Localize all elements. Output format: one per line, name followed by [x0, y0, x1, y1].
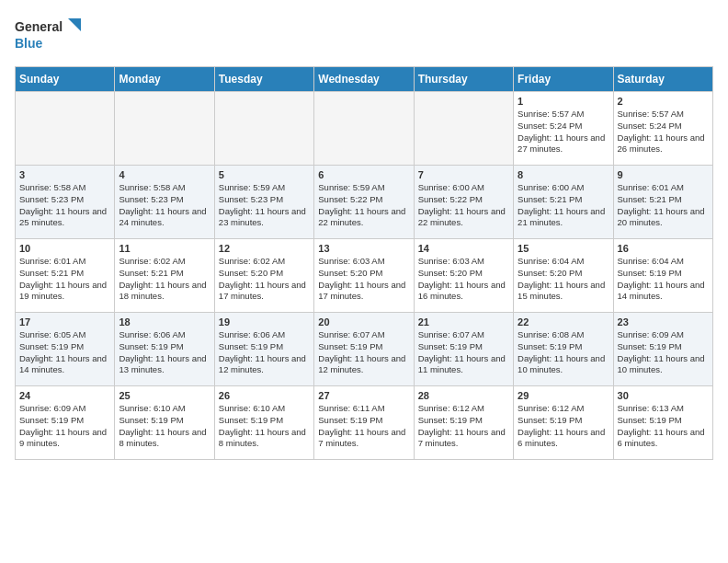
calendar-cell: 26Sunrise: 6:10 AM Sunset: 5:19 PM Dayli…	[214, 386, 313, 460]
calendar-cell: 4Sunrise: 5:58 AM Sunset: 5:23 PM Daylig…	[115, 166, 214, 239]
day-number: 4	[119, 169, 210, 180]
calendar-cell: 7Sunrise: 6:00 AM Sunset: 5:22 PM Daylig…	[414, 166, 513, 239]
day-info: Sunrise: 6:06 AM Sunset: 5:19 PM Dayligh…	[219, 329, 310, 376]
day-number: 11	[119, 243, 210, 254]
calendar-cell: 27Sunrise: 6:11 AM Sunset: 5:19 PM Dayli…	[314, 386, 414, 460]
calendar-cell: 15Sunrise: 6:04 AM Sunset: 5:20 PM Dayli…	[514, 239, 613, 313]
day-number: 3	[19, 169, 110, 180]
day-number: 22	[518, 316, 609, 327]
calendar-cell: 20Sunrise: 6:07 AM Sunset: 5:19 PM Dayli…	[314, 313, 414, 386]
calendar-cell: 23Sunrise: 6:09 AM Sunset: 5:19 PM Dayli…	[613, 313, 712, 386]
day-info: Sunrise: 6:07 AM Sunset: 5:19 PM Dayligh…	[318, 329, 409, 376]
calendar-cell: 1Sunrise: 5:57 AM Sunset: 5:24 PM Daylig…	[514, 92, 613, 166]
day-number: 19	[219, 316, 310, 327]
logo: GeneralBlue	[15, 15, 88, 55]
day-info: Sunrise: 6:02 AM Sunset: 5:20 PM Dayligh…	[219, 256, 310, 303]
calendar-cell: 21Sunrise: 6:07 AM Sunset: 5:19 PM Dayli…	[414, 313, 513, 386]
day-number: 20	[318, 316, 409, 327]
calendar-cell: 10Sunrise: 6:01 AM Sunset: 5:21 PM Dayli…	[16, 239, 115, 313]
day-info: Sunrise: 6:00 AM Sunset: 5:21 PM Dayligh…	[518, 182, 609, 229]
day-info: Sunrise: 5:57 AM Sunset: 5:24 PM Dayligh…	[518, 109, 609, 155]
day-number: 2	[618, 96, 709, 107]
day-number: 1	[518, 96, 609, 107]
calendar-cell: 30Sunrise: 6:13 AM Sunset: 5:19 PM Dayli…	[613, 386, 712, 460]
day-info: Sunrise: 6:10 AM Sunset: 5:19 PM Dayligh…	[119, 403, 210, 450]
day-number: 24	[19, 390, 110, 401]
day-info: Sunrise: 6:00 AM Sunset: 5:22 PM Dayligh…	[418, 182, 509, 229]
day-number: 21	[418, 316, 509, 327]
day-number: 28	[418, 390, 509, 401]
svg-text:Blue: Blue	[15, 36, 43, 51]
day-info: Sunrise: 6:04 AM Sunset: 5:20 PM Dayligh…	[518, 256, 609, 303]
day-info: Sunrise: 6:03 AM Sunset: 5:20 PM Dayligh…	[418, 256, 509, 303]
day-number: 10	[19, 243, 110, 254]
calendar-table: SundayMondayTuesdayWednesdayThursdayFrid…	[15, 66, 713, 460]
day-info: Sunrise: 5:58 AM Sunset: 5:23 PM Dayligh…	[19, 182, 110, 229]
calendar-cell	[115, 92, 214, 166]
day-number: 8	[518, 169, 609, 180]
day-number: 13	[318, 243, 409, 254]
calendar-cell	[314, 92, 414, 166]
day-number: 9	[618, 169, 709, 180]
day-info: Sunrise: 5:58 AM Sunset: 5:23 PM Dayligh…	[119, 182, 210, 229]
weekday-header-friday: Friday	[514, 67, 613, 92]
svg-text:General: General	[15, 19, 63, 34]
day-info: Sunrise: 5:59 AM Sunset: 5:22 PM Dayligh…	[318, 182, 409, 229]
calendar-cell: 18Sunrise: 6:06 AM Sunset: 5:19 PM Dayli…	[115, 313, 214, 386]
day-number: 23	[618, 316, 709, 327]
day-info: Sunrise: 6:08 AM Sunset: 5:19 PM Dayligh…	[518, 329, 609, 376]
calendar-row-1: 3Sunrise: 5:58 AM Sunset: 5:23 PM Daylig…	[16, 166, 713, 239]
day-info: Sunrise: 6:11 AM Sunset: 5:19 PM Dayligh…	[318, 403, 409, 450]
day-info: Sunrise: 6:09 AM Sunset: 5:19 PM Dayligh…	[618, 329, 709, 376]
calendar-row-3: 17Sunrise: 6:05 AM Sunset: 5:19 PM Dayli…	[16, 313, 713, 386]
calendar-row-2: 10Sunrise: 6:01 AM Sunset: 5:21 PM Dayli…	[16, 239, 713, 313]
logo-icon: GeneralBlue	[15, 15, 88, 55]
day-number: 17	[19, 316, 110, 327]
calendar-cell: 22Sunrise: 6:08 AM Sunset: 5:19 PM Dayli…	[514, 313, 613, 386]
day-number: 5	[219, 169, 310, 180]
calendar-cell: 17Sunrise: 6:05 AM Sunset: 5:19 PM Dayli…	[16, 313, 115, 386]
calendar-cell: 13Sunrise: 6:03 AM Sunset: 5:20 PM Dayli…	[314, 239, 414, 313]
day-info: Sunrise: 6:02 AM Sunset: 5:21 PM Dayligh…	[119, 256, 210, 303]
day-info: Sunrise: 6:10 AM Sunset: 5:19 PM Dayligh…	[219, 403, 310, 450]
day-info: Sunrise: 6:12 AM Sunset: 5:19 PM Dayligh…	[418, 403, 509, 450]
page-header: GeneralBlue	[15, 15, 713, 55]
weekday-header-row: SundayMondayTuesdayWednesdayThursdayFrid…	[16, 67, 713, 92]
day-number: 14	[418, 243, 509, 254]
day-number: 26	[219, 390, 310, 401]
calendar-cell: 14Sunrise: 6:03 AM Sunset: 5:20 PM Dayli…	[414, 239, 513, 313]
day-info: Sunrise: 6:05 AM Sunset: 5:19 PM Dayligh…	[19, 329, 110, 376]
day-info: Sunrise: 6:03 AM Sunset: 5:20 PM Dayligh…	[318, 256, 409, 303]
calendar-cell	[16, 92, 115, 166]
weekday-header-wednesday: Wednesday	[314, 67, 414, 92]
weekday-header-tuesday: Tuesday	[214, 67, 313, 92]
calendar-cell: 19Sunrise: 6:06 AM Sunset: 5:19 PM Dayli…	[214, 313, 313, 386]
day-number: 30	[618, 390, 709, 401]
calendar-cell: 24Sunrise: 6:09 AM Sunset: 5:19 PM Dayli…	[16, 386, 115, 460]
day-number: 18	[119, 316, 210, 327]
calendar-cell: 25Sunrise: 6:10 AM Sunset: 5:19 PM Dayli…	[115, 386, 214, 460]
calendar-cell: 9Sunrise: 6:01 AM Sunset: 5:21 PM Daylig…	[613, 166, 712, 239]
calendar-cell: 3Sunrise: 5:58 AM Sunset: 5:23 PM Daylig…	[16, 166, 115, 239]
calendar-row-0: 1Sunrise: 5:57 AM Sunset: 5:24 PM Daylig…	[16, 92, 713, 166]
calendar-cell: 28Sunrise: 6:12 AM Sunset: 5:19 PM Dayli…	[414, 386, 513, 460]
day-info: Sunrise: 5:59 AM Sunset: 5:23 PM Dayligh…	[219, 182, 310, 229]
calendar-cell: 11Sunrise: 6:02 AM Sunset: 5:21 PM Dayli…	[115, 239, 214, 313]
day-number: 6	[318, 169, 409, 180]
calendar-row-4: 24Sunrise: 6:09 AM Sunset: 5:19 PM Dayli…	[16, 386, 713, 460]
day-number: 27	[318, 390, 409, 401]
day-info: Sunrise: 6:13 AM Sunset: 5:19 PM Dayligh…	[618, 403, 709, 450]
calendar-cell	[214, 92, 313, 166]
calendar-cell: 6Sunrise: 5:59 AM Sunset: 5:22 PM Daylig…	[314, 166, 414, 239]
day-info: Sunrise: 6:01 AM Sunset: 5:21 PM Dayligh…	[19, 256, 110, 303]
weekday-header-saturday: Saturday	[613, 67, 712, 92]
day-info: Sunrise: 6:09 AM Sunset: 5:19 PM Dayligh…	[19, 403, 110, 450]
weekday-header-sunday: Sunday	[16, 67, 115, 92]
calendar-cell	[414, 92, 513, 166]
calendar-cell: 2Sunrise: 5:57 AM Sunset: 5:24 PM Daylig…	[613, 92, 712, 166]
day-info: Sunrise: 6:01 AM Sunset: 5:21 PM Dayligh…	[618, 182, 709, 229]
day-number: 29	[518, 390, 609, 401]
day-number: 15	[518, 243, 609, 254]
weekday-header-monday: Monday	[115, 67, 214, 92]
day-number: 7	[418, 169, 509, 180]
